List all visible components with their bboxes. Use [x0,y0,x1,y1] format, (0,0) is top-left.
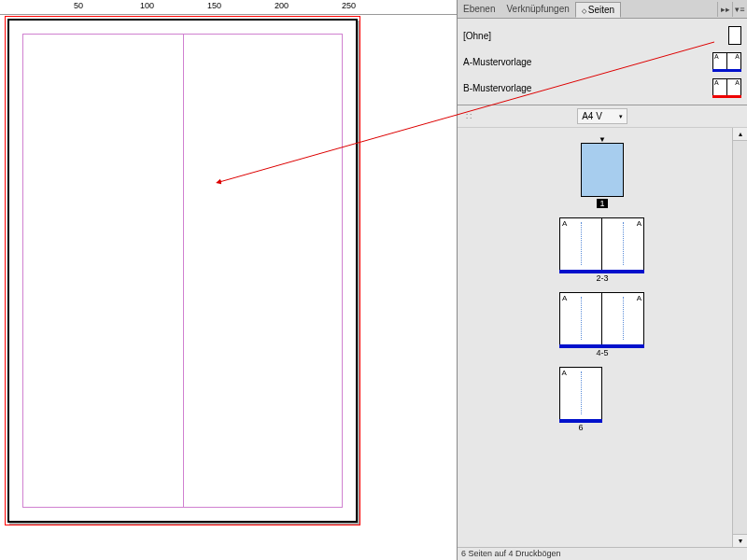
scroll-up-button[interactable]: ▴ [733,128,747,141]
scroll-down-button[interactable]: ▾ [733,534,747,547]
page-1-thumb[interactable]: ▼ 1 [582,137,624,208]
chevron-down-icon: ▾ [619,113,623,120]
panel-tabs: Ebenen Verknüpfungen Seiten ▸▸ ▾≡ [458,0,747,19]
page-6-thumb[interactable]: A 6 [560,367,602,432]
canvas-area[interactable]: 50 100 150 200 250 [0,0,458,560]
master-thumb-a: A A [713,52,741,71]
spread-4-5-thumb[interactable]: A A 4-5 [560,292,644,357]
master-thumb-b: A A [713,78,741,97]
master-a[interactable]: A-Mustervorlage A A [458,49,747,75]
panel-menu-button[interactable]: ▾≡ [732,2,747,17]
master-thumb-none [729,26,741,45]
pages-footer: 6 Seiten auf 4 Druckbögen [458,547,747,560]
master-b[interactable]: B-Mustervorlage A A [458,75,747,101]
document-page[interactable] [7,19,358,523]
toolbar-grip-icon: ∷ [461,111,476,121]
spread-2-3-thumb[interactable]: A A 2-3 [560,217,644,283]
vertical-scrollbar[interactable]: ▴ ▾ [732,128,747,547]
pages-thumbnails[interactable]: ▼ 1 A A 2-3 A A 4-5 [458,128,747,547]
pages-section: ∷ A4 V ▾ ▼ 1 A A 2-3 [458,105,747,560]
horizontal-ruler: 50 100 150 200 250 [0,0,458,15]
page-size-dropdown[interactable]: A4 V ▾ [577,108,627,124]
column-guide [183,34,184,508]
collapse-panel-button[interactable]: ▸▸ [717,2,732,17]
tab-pages[interactable]: Seiten [575,2,621,18]
pages-panel: Ebenen Verknüpfungen Seiten ▸▸ ▾≡ [Ohne]… [458,0,747,560]
tab-links[interactable]: Verknüpfungen [500,1,574,17]
master-none[interactable]: [Ohne] [458,22,747,49]
master-pages-list: [Ohne] A-Mustervorlage A A B-Mustervorla… [458,19,747,105]
tab-layers[interactable]: Ebenen [458,1,500,17]
pages-toolbar: ∷ A4 V ▾ [458,105,747,128]
